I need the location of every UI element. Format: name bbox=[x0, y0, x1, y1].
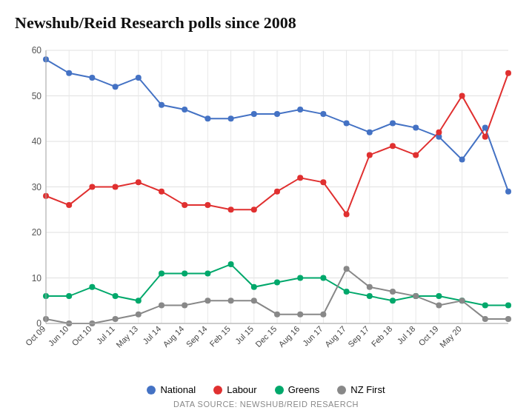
svg-point-74 bbox=[66, 202, 72, 208]
svg-point-103 bbox=[251, 284, 257, 290]
svg-point-113 bbox=[482, 302, 488, 308]
svg-point-126 bbox=[297, 312, 303, 318]
svg-point-78 bbox=[159, 189, 164, 195]
chart-area: 0102030405060Oct 09Jun 10Oct 10Jul 11May… bbox=[15, 41, 517, 409]
svg-point-134 bbox=[482, 316, 488, 322]
svg-text:Dec 15: Dec 15 bbox=[253, 324, 278, 349]
svg-point-55 bbox=[113, 84, 119, 90]
svg-point-64 bbox=[320, 111, 326, 117]
svg-text:Feb 15: Feb 15 bbox=[207, 324, 232, 349]
svg-text:Jun 10: Jun 10 bbox=[47, 324, 70, 348]
svg-point-133 bbox=[459, 298, 465, 303]
svg-point-60 bbox=[228, 115, 234, 121]
svg-text:30: 30 bbox=[32, 182, 42, 192]
svg-point-76 bbox=[113, 184, 119, 190]
svg-point-81 bbox=[228, 206, 234, 212]
svg-point-121 bbox=[182, 302, 187, 308]
svg-point-90 bbox=[436, 130, 442, 135]
svg-point-85 bbox=[320, 179, 326, 185]
svg-point-61 bbox=[251, 111, 257, 117]
svg-point-102 bbox=[228, 261, 234, 267]
svg-point-62 bbox=[274, 111, 280, 117]
svg-text:Oct 09: Oct 09 bbox=[24, 324, 47, 347]
svg-text:50: 50 bbox=[32, 91, 42, 101]
svg-point-127 bbox=[320, 312, 326, 318]
svg-point-119 bbox=[136, 312, 142, 318]
svg-point-128 bbox=[344, 266, 350, 272]
svg-point-118 bbox=[113, 316, 119, 322]
legend-label-greens: Greens bbox=[288, 384, 320, 395]
svg-point-65 bbox=[344, 120, 350, 126]
svg-point-58 bbox=[182, 107, 187, 113]
svg-point-56 bbox=[136, 75, 142, 81]
svg-point-91 bbox=[459, 93, 465, 99]
svg-point-67 bbox=[390, 120, 396, 126]
svg-point-129 bbox=[367, 284, 373, 290]
legend: National Labour Greens NZ First bbox=[15, 378, 517, 398]
svg-text:Oct 19: Oct 19 bbox=[416, 324, 439, 347]
svg-point-83 bbox=[274, 189, 280, 195]
svg-point-79 bbox=[182, 202, 187, 208]
svg-point-70 bbox=[459, 157, 465, 163]
svg-text:10: 10 bbox=[32, 273, 42, 283]
legend-label-nzfirst: NZ First bbox=[350, 384, 385, 395]
svg-text:Aug 14: Aug 14 bbox=[161, 324, 185, 349]
svg-point-122 bbox=[205, 298, 210, 303]
svg-point-75 bbox=[89, 184, 95, 190]
svg-point-132 bbox=[436, 302, 442, 308]
main-container: Newshub/Reid Research polls since 2008 0… bbox=[0, 0, 532, 413]
svg-text:Jun 17: Jun 17 bbox=[301, 324, 325, 348]
svg-point-106 bbox=[320, 275, 326, 281]
legend-label-labour: Labour bbox=[227, 384, 256, 395]
svg-text:Feb 18: Feb 18 bbox=[370, 324, 394, 349]
svg-point-101 bbox=[205, 270, 210, 276]
svg-point-57 bbox=[159, 102, 164, 108]
svg-point-89 bbox=[413, 152, 419, 158]
svg-point-130 bbox=[390, 289, 396, 295]
svg-point-54 bbox=[89, 75, 95, 81]
svg-text:Jul 11: Jul 11 bbox=[95, 324, 116, 346]
chart-title: Newshub/Reid Research polls since 2008 bbox=[15, 13, 517, 33]
svg-point-104 bbox=[274, 280, 280, 286]
svg-point-99 bbox=[159, 270, 164, 276]
svg-point-131 bbox=[413, 293, 419, 299]
svg-point-95 bbox=[66, 293, 72, 299]
svg-point-125 bbox=[274, 312, 280, 318]
svg-point-63 bbox=[297, 107, 303, 113]
legend-dot-labour bbox=[213, 386, 222, 394]
svg-point-135 bbox=[505, 316, 511, 322]
legend-greens: Greens bbox=[275, 384, 320, 395]
chart-wrapper: 0102030405060Oct 09Jun 10Oct 10Jul 11May… bbox=[15, 41, 517, 378]
svg-text:Oct 10: Oct 10 bbox=[70, 324, 93, 347]
svg-point-100 bbox=[182, 270, 187, 276]
legend-dot-national bbox=[147, 386, 156, 394]
chart-svg: 0102030405060Oct 09Jun 10Oct 10Jul 11May… bbox=[15, 41, 517, 378]
svg-text:40: 40 bbox=[32, 136, 42, 147]
svg-point-97 bbox=[113, 293, 119, 299]
svg-point-72 bbox=[505, 189, 511, 195]
svg-point-82 bbox=[251, 206, 257, 212]
legend-label-national: National bbox=[160, 384, 196, 395]
svg-text:60: 60 bbox=[32, 45, 42, 56]
svg-point-84 bbox=[297, 175, 303, 181]
svg-point-71 bbox=[482, 125, 488, 131]
svg-text:20: 20 bbox=[32, 227, 42, 238]
svg-point-105 bbox=[297, 275, 303, 281]
data-source: DATA SOURCE: NEWSHUB/REID RESAERCH bbox=[15, 398, 517, 409]
svg-text:Aug 17: Aug 17 bbox=[323, 324, 348, 349]
svg-point-88 bbox=[390, 143, 396, 149]
svg-point-120 bbox=[159, 302, 164, 308]
svg-point-92 bbox=[482, 134, 488, 140]
svg-point-80 bbox=[205, 202, 210, 208]
legend-labour: Labour bbox=[213, 384, 256, 395]
legend-nzfirst: NZ First bbox=[337, 384, 385, 395]
svg-point-59 bbox=[205, 115, 210, 121]
svg-point-124 bbox=[251, 298, 257, 303]
svg-text:Jul 15: Jul 15 bbox=[233, 324, 255, 346]
svg-point-77 bbox=[136, 179, 142, 185]
legend-dot-greens bbox=[275, 386, 284, 394]
svg-point-123 bbox=[228, 298, 234, 303]
svg-point-111 bbox=[436, 293, 442, 299]
svg-text:Jul 18: Jul 18 bbox=[395, 324, 416, 346]
svg-text:May 13: May 13 bbox=[114, 324, 139, 349]
